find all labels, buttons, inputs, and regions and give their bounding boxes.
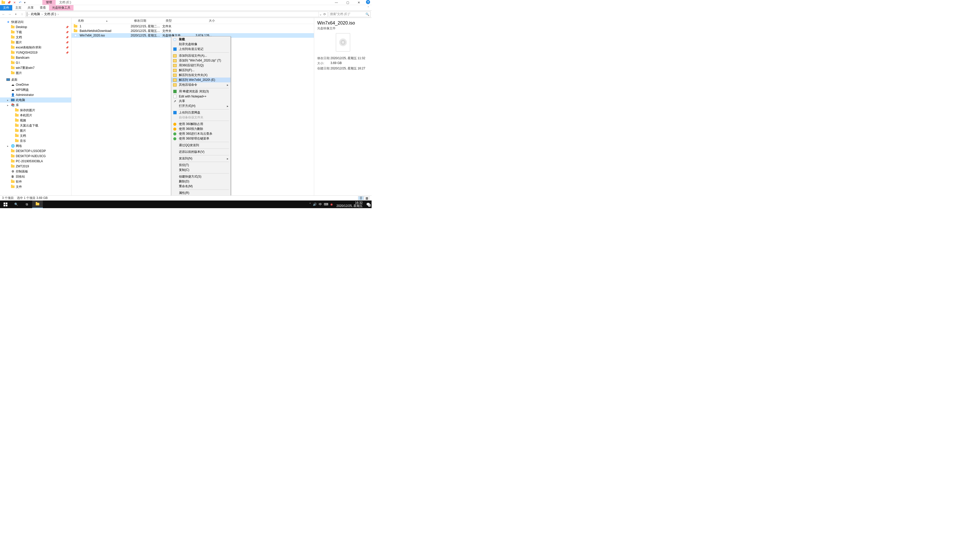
context-menu-item[interactable]: 解压到当前文件夹(X): [171, 73, 231, 78]
qat-undo-icon[interactable]: ↶: [18, 0, 22, 5]
tree-item[interactable]: excel表格制作求和📌: [0, 45, 71, 50]
context-menu-item[interactable]: 通过QQ发送到: [171, 143, 231, 148]
tree-item[interactable]: 视频: [0, 118, 71, 123]
tree-item[interactable]: DESKTOP-NJEU3CG: [0, 154, 71, 159]
tree-item[interactable]: 文档📌: [0, 35, 71, 40]
context-menu-item[interactable]: 打开方式(H)▸: [171, 103, 231, 108]
tree-item[interactable]: 图片: [0, 70, 71, 76]
help-icon[interactable]: ?: [366, 0, 370, 4]
context-menu-item[interactable]: 使用 360进行木马云查杀: [171, 131, 231, 136]
view-details-button[interactable]: ☰: [358, 196, 364, 200]
minimize-button[interactable]: —: [331, 0, 342, 5]
start-button[interactable]: [0, 200, 11, 208]
volume-icon[interactable]: 🔊: [313, 203, 317, 206]
tree-item[interactable]: Desktop📌: [0, 24, 71, 30]
tree-item[interactable]: 本机照片: [0, 113, 71, 118]
ribbon-collapse-icon[interactable]: ˄: [365, 5, 372, 11]
context-menu-item[interactable]: 还原以前的版本(V): [171, 149, 231, 154]
context-menu-item[interactable]: 其他压缩命令▸: [171, 83, 231, 87]
ribbon-tab-view[interactable]: 查看: [37, 5, 49, 11]
context-menu-item[interactable]: 删除(D): [171, 179, 231, 184]
ribbon-tab-home[interactable]: 主页: [12, 5, 24, 11]
context-menu-item[interactable]: 剪切(T): [171, 163, 231, 168]
context-menu-item[interactable]: 用 蜂蜜浏览器 浏览(3): [171, 89, 231, 94]
tree-item[interactable]: ▸此电脑: [0, 97, 71, 103]
context-menu-item[interactable]: 用360压缩打开(Q): [171, 63, 231, 68]
action-center-icon[interactable]: 💬3: [366, 203, 370, 206]
expand-icon[interactable]: ▸: [7, 99, 10, 102]
tree-item[interactable]: 图片: [0, 128, 71, 133]
chevron-right-icon[interactable]: ›: [58, 13, 59, 16]
tree-quick-access[interactable]: ★ 快速访问: [0, 19, 71, 24]
bandicam-tray-icon[interactable]: ◉: [330, 203, 333, 206]
qat-delete-icon[interactable]: ✕: [12, 0, 17, 5]
column-type[interactable]: 类型: [164, 18, 190, 24]
address-bar[interactable]: › 此电脑 › 文档 (E:) › ⌄ ⟳: [25, 11, 328, 17]
tree-item[interactable]: DESKTOP-LSSOEDP: [0, 148, 71, 154]
ribbon-tab-iso-tools[interactable]: 光盘映像工具: [49, 5, 73, 11]
tree-item[interactable]: ▸🌐网络: [0, 143, 71, 148]
qat-pin-icon[interactable]: 📌: [6, 0, 11, 5]
context-menu-item[interactable]: ↗共享: [171, 99, 231, 103]
column-size[interactable]: 大小: [190, 18, 217, 24]
tree-item[interactable]: 天翼云盘下载: [0, 123, 71, 128]
context-menu-item[interactable]: 使用 360解除占用: [171, 122, 231, 127]
tree-item[interactable]: G:\: [0, 60, 71, 65]
ribbon-tab-share[interactable]: 共享: [24, 5, 37, 11]
search-icon[interactable]: 🔍: [366, 13, 369, 16]
taskbar-search-button[interactable]: 🔍: [11, 200, 21, 208]
context-menu-item[interactable]: 属性(R): [171, 191, 231, 195]
tree-item[interactable]: win7重装win7: [0, 65, 71, 70]
context-menu-item[interactable]: 发送到(N)▸: [171, 156, 231, 161]
tree-item[interactable]: 软件: [0, 179, 71, 184]
task-view-button[interactable]: ⧉: [21, 200, 32, 208]
breadcrumb-location[interactable]: 文档 (E:): [44, 12, 57, 16]
context-menu-item[interactable]: 添加到压缩文件(A)...: [171, 53, 231, 58]
tree-item[interactable]: ZMT2019: [0, 164, 71, 169]
close-button[interactable]: ✕: [353, 0, 364, 5]
context-menu-item[interactable]: 重命名(M): [171, 184, 231, 189]
context-menu-item[interactable]: Edit with Notepad++: [171, 94, 231, 99]
context-menu-item[interactable]: 使用 360强力删除: [171, 127, 231, 131]
ribbon-tab-file[interactable]: 文件: [0, 5, 12, 11]
context-menu-item[interactable]: 上传到百度网盘: [171, 110, 231, 115]
recent-dropdown-icon[interactable]: ▼: [13, 12, 18, 17]
context-menu-item[interactable]: 装载: [171, 37, 231, 42]
tray-overflow-icon[interactable]: ˄: [309, 203, 311, 206]
forward-button[interactable]: →: [7, 12, 12, 17]
context-menu-item[interactable]: 上传到有道云笔记: [171, 47, 231, 52]
column-name[interactable]: 名称▲: [76, 18, 132, 24]
chevron-right-icon[interactable]: ›: [28, 13, 29, 16]
back-button[interactable]: ←: [1, 12, 6, 17]
address-dropdown-icon[interactable]: ⌄: [319, 13, 322, 16]
taskbar-explorer-button[interactable]: [32, 200, 43, 208]
tree-item[interactable]: 下载📌: [0, 30, 71, 35]
navigation-tree[interactable]: ★ 快速访问 Desktop📌下载📌文档📌图片📌excel表格制作求和📌YUNQ…: [0, 18, 72, 195]
refresh-icon[interactable]: ⟳: [323, 13, 326, 16]
context-menu-item[interactable]: 解压到(F)...: [171, 68, 231, 73]
qat-dropdown-icon[interactable]: ▾: [24, 1, 26, 4]
tree-item[interactable]: Bandicam: [0, 55, 71, 60]
context-menu-item[interactable]: 添加到 "Win7x64_2020.zip" (T): [171, 58, 231, 63]
view-icons-button[interactable]: ▦: [364, 196, 369, 200]
file-row[interactable]: BaiduNetdiskDownload2020/12/25, 星期五 1...…: [72, 29, 314, 33]
context-menu-item[interactable]: 刻录光盘映像: [171, 42, 231, 47]
tree-item[interactable]: 图片📌: [0, 40, 71, 45]
expand-icon[interactable]: ▸: [7, 144, 10, 148]
context-menu-item[interactable]: 解压到 Win7x64_2020\ (E): [171, 78, 231, 83]
search-input[interactable]: 搜索"文档 (E:)" 🔍: [329, 11, 371, 17]
ime-indicator[interactable]: 中: [319, 202, 322, 206]
up-button[interactable]: ↑: [19, 12, 24, 17]
tree-desktop-root[interactable]: 桌面: [0, 77, 71, 82]
breadcrumb-root[interactable]: 此电脑: [30, 12, 41, 16]
tree-item[interactable]: 保存的图片: [0, 108, 71, 113]
chevron-right-icon[interactable]: ›: [41, 13, 43, 16]
tree-item[interactable]: ☁OneDrive: [0, 82, 71, 87]
tree-item[interactable]: 文件: [0, 184, 71, 189]
tree-item[interactable]: ⚙控制面板: [0, 169, 71, 174]
tree-item[interactable]: YUNQISHI2019📌: [0, 50, 71, 55]
tree-item[interactable]: 音乐: [0, 138, 71, 143]
keyboard-icon[interactable]: ⌨: [324, 203, 328, 206]
column-date[interactable]: 修改日期: [132, 18, 164, 24]
taskbar-clock[interactable]: 16:32 2020/12/25, 星期五: [335, 201, 364, 208]
